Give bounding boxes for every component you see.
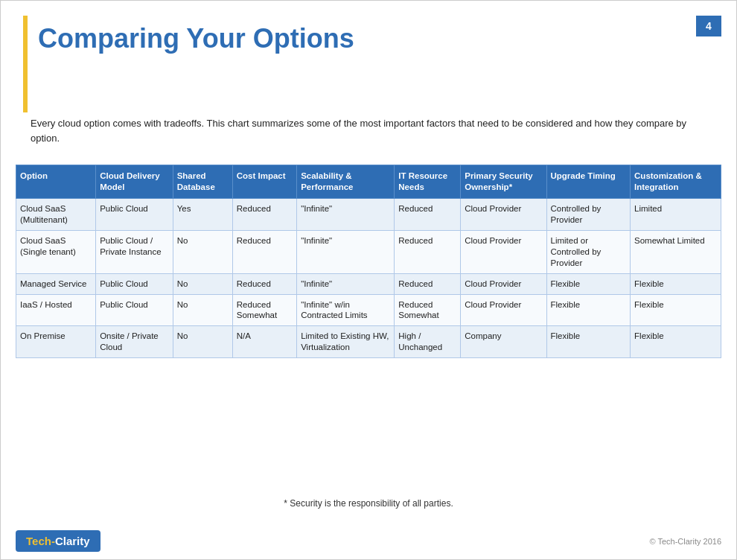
table-cell: Reduced — [395, 198, 461, 230]
table-cell: Public Cloud — [96, 294, 173, 326]
col-header-customization: Customization & Integration — [631, 165, 721, 199]
table-cell: IaaS / Hosted — [16, 294, 96, 326]
page-container: 4 Comparing Your Options Every cloud opt… — [0, 0, 737, 560]
table-cell: Reduced — [395, 230, 461, 273]
table-cell: Yes — [173, 198, 232, 230]
logo: Tech-Clarity — [16, 530, 100, 552]
table-row: IaaS / HostedPublic CloudNoReduced Somew… — [16, 294, 721, 326]
table-cell: Flexible — [546, 326, 631, 358]
table-cell: Company — [461, 326, 546, 358]
table-cell: Flexible — [631, 273, 721, 294]
table-cell: High / Unchanged — [395, 326, 461, 358]
security-note: * Security is the responsibility of all … — [16, 498, 721, 509]
table-row: On PremiseOnsite / Private CloudNoN/ALim… — [16, 326, 721, 358]
logo-part2: Clarity — [55, 535, 90, 547]
table-row: Cloud SaaS (Multitenant)Public CloudYesR… — [16, 198, 721, 230]
table-cell: Controlled by Provider — [546, 198, 631, 230]
table-cell: Reduced — [395, 273, 461, 294]
table-cell: Cloud Provider — [461, 198, 546, 230]
page-number: 4 — [696, 16, 721, 36]
table-cell: Reduced — [232, 198, 296, 230]
table-cell: Limited — [631, 198, 721, 230]
table-cell: Flexible — [546, 273, 631, 294]
table-cell: Reduced Somewhat — [395, 294, 461, 326]
table-cell: Flexible — [631, 326, 721, 358]
footer: Tech-Clarity © Tech-Clarity 2016 — [16, 530, 721, 552]
col-header-option: Option — [16, 165, 96, 199]
table-cell: Reduced Somewhat — [232, 294, 296, 326]
comparison-table-wrapper: Option Cloud Delivery Model Shared Datab… — [16, 165, 721, 358]
logo-part1: Tech- — [26, 535, 55, 547]
table-cell: Somewhat Limited — [631, 230, 721, 273]
copyright-text: © Tech-Clarity 2016 — [649, 537, 721, 546]
table-cell: Reduced — [232, 230, 296, 273]
table-cell: Onsite / Private Cloud — [96, 326, 173, 358]
col-header-shared-db: Shared Database — [173, 165, 232, 199]
table-cell: No — [173, 230, 232, 273]
table-cell: N/A — [232, 326, 296, 358]
table-cell: No — [173, 294, 232, 326]
table-cell: Reduced — [232, 273, 296, 294]
col-header-scalability: Scalability & Performance — [297, 165, 395, 199]
page-title: Comparing Your Options — [38, 23, 354, 54]
table-cell: Cloud SaaS (Multitenant) — [16, 198, 96, 230]
table-cell: Flexible — [546, 294, 631, 326]
col-header-delivery: Cloud Delivery Model — [96, 165, 173, 199]
subtitle-text: Every cloud option comes with tradeoffs.… — [31, 116, 706, 145]
table-row: Cloud SaaS (Single tenant)Public Cloud /… — [16, 230, 721, 273]
table-cell: Managed Service — [16, 273, 96, 294]
table-cell: Limited or Controlled by Provider — [546, 230, 631, 273]
table-cell: "Infinite" w/in Contracted Limits — [297, 294, 395, 326]
table-cell: Limited to Existing HW, Virtualization — [297, 326, 395, 358]
table-cell: Public Cloud — [96, 273, 173, 294]
table-cell: "Infinite" — [297, 230, 395, 273]
table-cell: Cloud Provider — [461, 294, 546, 326]
col-header-cost: Cost Impact — [232, 165, 296, 199]
table-cell: Flexible — [631, 294, 721, 326]
left-accent-bar — [23, 16, 28, 112]
comparison-table: Option Cloud Delivery Model Shared Datab… — [16, 165, 721, 358]
col-header-upgrade: Upgrade Timing — [546, 165, 631, 199]
table-cell: Cloud Provider — [461, 230, 546, 273]
table-cell: Cloud SaaS (Single tenant) — [16, 230, 96, 273]
table-cell: No — [173, 326, 232, 358]
table-row: Managed ServicePublic CloudNoReduced"Inf… — [16, 273, 721, 294]
table-cell: Cloud Provider — [461, 273, 546, 294]
table-cell: Public Cloud / Private Instance — [96, 230, 173, 273]
table-cell: Public Cloud — [96, 198, 173, 230]
table-cell: No — [173, 273, 232, 294]
table-cell: "Infinite" — [297, 273, 395, 294]
table-cell: On Premise — [16, 326, 96, 358]
col-header-it-resource: IT Resource Needs — [395, 165, 461, 199]
table-cell: "Infinite" — [297, 198, 395, 230]
col-header-security: Primary Security Ownership* — [461, 165, 546, 199]
